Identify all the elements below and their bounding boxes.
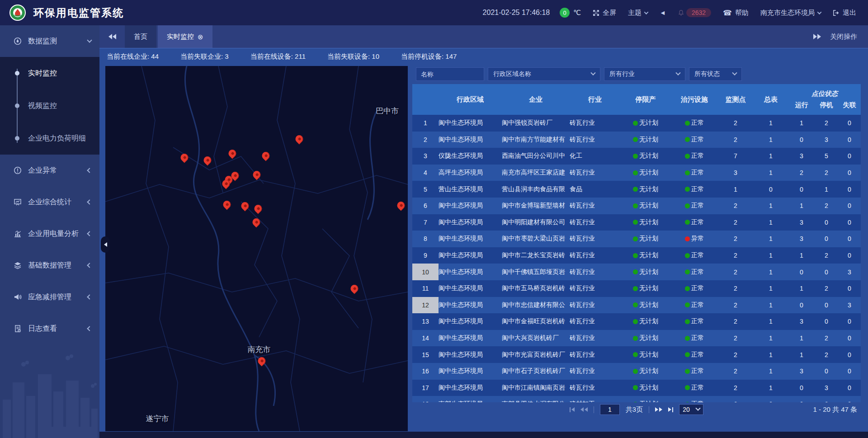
sidebar: 数据监测实时监控视频监控企业电力负荷明细企业异常企业综合统计企业用电量分析基础数… (0, 25, 99, 438)
status-filter-value: 所有状态 (694, 70, 720, 78)
tab-label: 实时监控 (167, 33, 194, 41)
logout-button[interactable]: 退出 (833, 9, 856, 17)
last-page-button[interactable] (668, 407, 673, 412)
notification-badge[interactable]: 2632 (678, 8, 711, 17)
table-row[interactable]: 14阆中生态环境局阆中大兴页岩机砖厂砖瓦行业无计划正常21120 (412, 330, 861, 347)
table-row[interactable]: 12阆中生态环境局阆中市忠信建材有限公砖瓦行业无计划正常21003 (412, 297, 861, 314)
name-filter-input[interactable] (416, 67, 484, 81)
cell-company: 西南油气田分公司川中 (502, 152, 570, 160)
table-row[interactable]: 7阆中生态环境局阆中明阳建材有限公司砖瓦行业无计划正常21300 (412, 214, 861, 231)
table-row[interactable]: 5营山生态环境局营山县润丰肉食品有限食品无计划正常10010 (412, 181, 861, 198)
table-row[interactable]: 18南部生态环境局南部县双佳水泥有限公建材加工无计划正常60060 (412, 396, 861, 402)
limit-status-label: 无计划 (639, 119, 658, 127)
cell-industry: 建材加工 (570, 400, 620, 402)
cell-industry: 化工 (570, 152, 620, 160)
status-dot-icon (633, 170, 638, 175)
cell-facility-status: 正常 (671, 169, 718, 177)
sidebar-item-company-abnormal[interactable]: 企业异常 (0, 155, 99, 186)
user-org-dropdown[interactable]: 南充市生态环境局 (760, 9, 821, 17)
page-input[interactable] (600, 404, 620, 415)
cell-industry: 食品 (570, 185, 620, 193)
cell-index: 7 (412, 214, 439, 231)
tab-close-icon[interactable]: ⊗ (198, 33, 203, 40)
table-row[interactable]: 6阆中生态环境局阆中市金博瑞新型墙材砖瓦行业无计划正常21120 (412, 198, 861, 214)
tab-realtime-monitor[interactable]: 实时监控 ⊗ (158, 25, 212, 48)
table-row[interactable]: 2阆中生态环境局阆中市南方节能建材有砖瓦行业无计划正常21030 (412, 132, 861, 148)
sidebar-item-video-monitor[interactable]: 视频监控 (0, 89, 99, 122)
cell-offline: 3 (838, 268, 861, 276)
table-row[interactable]: 15阆中生态环境局阆中市光富页岩机砖厂砖瓦行业无计划正常21120 (412, 346, 861, 363)
sidebar-item-base-data[interactable]: 基础数据管理 (0, 250, 99, 281)
sidebar-item-log-view[interactable]: 日志查看 (0, 313, 99, 344)
bell-icon (678, 9, 684, 16)
app-root: 环保用电监管系统 2021-02-25 17:46:18 0 ℃ 全屏 主题 ◄ (0, 0, 868, 438)
table-row[interactable]: 16阆中生态环境局阆中市石子页岩机砖厂砖瓦行业无计划正常21300 (412, 363, 861, 380)
close-operations-button[interactable]: 关闭操作 (830, 33, 857, 41)
cell-running: 3 (788, 318, 815, 325)
cell-limit-status: 无计划 (620, 185, 671, 193)
cell-meters: 1 (753, 351, 788, 358)
mute-button[interactable]: ◄ (660, 9, 666, 16)
map-collapse-button[interactable] (101, 236, 110, 253)
sidebar-item-company-stats[interactable]: 企业综合统计 (0, 186, 99, 218)
cell-points: 2 (718, 252, 753, 259)
sidebar-item-realtime-monitor[interactable]: 实时监控 (0, 57, 99, 89)
table-row[interactable]: 3仪陇生态环境局西南油气田分公司川中化工无计划正常71350 (412, 148, 861, 165)
table-row[interactable]: 17阆中生态环境局阆中市江南镇阆南页岩砖瓦行业无计划正常21030 (412, 380, 861, 396)
sidebar-item-emergency-reduction[interactable]: 应急减排管理 (0, 281, 99, 313)
cell-industry: 砖瓦行业 (570, 169, 620, 177)
status-dot-icon (685, 336, 690, 341)
status-dot-icon (685, 319, 690, 324)
status-filter-select[interactable]: 所有状态 (689, 67, 742, 81)
table-row[interactable]: 13阆中生态环境局阆中市金福旺页岩机砖砖瓦行业无计划正常21300 (412, 313, 861, 330)
facility-status-label: 正常 (691, 400, 704, 402)
col-header-stopped: 停机 (815, 101, 838, 109)
table-row[interactable]: 1阆中生态环境局阆中强锐页岩砖厂砖瓦行业无计划正常21120 (412, 115, 861, 132)
cell-meters: 1 (753, 268, 788, 276)
layers-icon (14, 261, 22, 269)
industry-filter-select[interactable]: 所有行业 (604, 67, 685, 81)
cell-offline: 0 (838, 202, 861, 209)
next-page-button[interactable] (655, 407, 662, 412)
page-size-select[interactable]: 20 (679, 404, 703, 415)
prev-page-button[interactable] (580, 407, 588, 412)
facility-status-label: 正常 (691, 284, 704, 292)
sidebar-item-power-analysis[interactable]: 企业用电量分析 (0, 218, 99, 250)
cell-company: 阆中千佛镇五郎垭页岩 (502, 268, 570, 276)
cell-company: 阆中市五马桥页岩机砖 (502, 284, 570, 292)
fullscreen-button[interactable]: 全屏 (593, 9, 616, 17)
first-page-button[interactable] (570, 407, 575, 412)
cell-points: 2 (718, 136, 753, 143)
cell-company: 阆中市枣碧大梁山页岩 (502, 235, 570, 243)
tabs-scroll-left-button[interactable] (99, 25, 125, 48)
cell-facility-status: 正常 (671, 251, 718, 259)
map-panel[interactable]: 巴中市南充市遂宁市 (105, 66, 408, 431)
divider (649, 406, 649, 413)
status-dot-icon (685, 385, 690, 390)
table-row[interactable]: 11阆中生态环境局阆中市五马桥页岩机砖砖瓦行业无计划正常21120 (412, 280, 861, 297)
theme-dropdown[interactable]: 主题 (628, 9, 648, 17)
table-row[interactable]: 4高坪生态环境局南充市高坪区王家店建砖瓦行业无计划正常31220 (412, 165, 861, 181)
help-button[interactable]: ☎ 帮助 (723, 9, 749, 17)
tabs-scroll-right-button[interactable] (813, 34, 821, 39)
chevron-left-icon (87, 199, 92, 204)
cell-facility-status: 正常 (671, 218, 718, 226)
status-dot-icon (633, 269, 638, 274)
sidebar-item-data-monitor[interactable]: 数据监测 (0, 25, 99, 57)
table-row[interactable]: 8阆中生态环境局阆中市枣碧大梁山页岩砖瓦行业无计划异常21300 (412, 231, 861, 247)
cell-industry: 砖瓦行业 (570, 251, 620, 259)
bullet-icon (15, 71, 19, 75)
table-row[interactable]: 9阆中生态环境局阆中市二龙长宝页岩砖砖瓦行业无计划正常21120 (412, 247, 861, 264)
cell-points: 3 (718, 169, 753, 176)
sidebar-item-power-load-detail[interactable]: 企业电力负荷明细 (0, 122, 99, 155)
tab-home[interactable]: 首页 (125, 25, 156, 48)
chevron-down-icon (696, 406, 701, 411)
cell-meters: 1 (753, 202, 788, 209)
region-filter-select[interactable]: 行政区域名称 (488, 67, 600, 81)
cell-limit-status: 无计划 (620, 202, 671, 210)
chevron-down-icon (817, 10, 822, 14)
table-row[interactable]: 10阆中生态环境局阆中千佛镇五郎垭页岩砖瓦行业无计划正常21003 (412, 264, 861, 280)
chevron-left-icon (87, 263, 92, 268)
chevron-down-icon (644, 10, 649, 14)
status-dot-icon (633, 286, 638, 291)
